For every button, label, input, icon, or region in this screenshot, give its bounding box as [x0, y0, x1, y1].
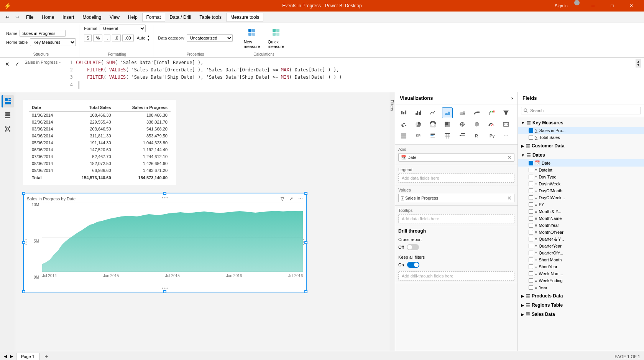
- chart-focus-btn[interactable]: ⤢: [288, 195, 295, 203]
- sidebar-model-icon[interactable]: [2, 123, 14, 135]
- auto-down-btn[interactable]: ▼: [147, 38, 150, 41]
- drillthrough-drop-area[interactable]: Add drill-through fields here: [398, 271, 514, 281]
- field-item[interactable]: ≡ShortYear: [518, 263, 644, 270]
- menu-format[interactable]: Format: [142, 13, 165, 22]
- field-group-header[interactable]: ▶ Sales Data: [518, 310, 644, 319]
- maximize-btn[interactable]: □: [603, 0, 621, 12]
- confirm-formula-btn[interactable]: ✓: [13, 60, 21, 68]
- viz-slicer[interactable]: [427, 130, 438, 141]
- viz-clustered-bar[interactable]: [413, 107, 424, 118]
- comma-btn[interactable]: ,: [104, 35, 110, 41]
- auto-up-btn[interactable]: ▲: [147, 35, 150, 38]
- field-group-header[interactable]: ▼ Key Measures: [518, 119, 644, 127]
- data-category-select[interactable]: Uncategorized: [187, 34, 233, 42]
- field-item[interactable]: ≡Day Type: [518, 173, 644, 180]
- chart-drag-handle-left[interactable]: [25, 238, 28, 247]
- format-select[interactable]: General: [100, 25, 146, 32]
- viz-filled-map[interactable]: [472, 119, 482, 130]
- field-item[interactable]: ≡FY: [518, 201, 644, 208]
- formula-editor[interactable]: 1 CALCULATE( SUM( 'Sales Data'[Total Rev…: [67, 59, 632, 89]
- viz-card[interactable]: 123: [501, 119, 511, 130]
- field-item[interactable]: ≡Year: [518, 284, 644, 291]
- menu-view[interactable]: View: [106, 13, 123, 21]
- viz-treemap[interactable]: [442, 119, 453, 130]
- menu-help[interactable]: Help: [124, 13, 141, 21]
- viz-waterfall[interactable]: [486, 107, 497, 118]
- viz-gauge[interactable]: [486, 119, 497, 130]
- filters-panel[interactable]: Filters: [389, 92, 395, 351]
- minimize-btn[interactable]: ─: [584, 0, 602, 12]
- redo-btn[interactable]: ↪: [13, 13, 21, 21]
- keep-filters-toggle[interactable]: [407, 262, 419, 268]
- menu-table-tools[interactable]: Table tools: [196, 13, 225, 21]
- add-page-btn[interactable]: +: [43, 353, 50, 360]
- handle-tm[interactable]: [163, 192, 166, 195]
- viz-ribbon-chart[interactable]: [472, 107, 482, 118]
- field-group-header[interactable]: ▶ Products Data: [518, 292, 644, 300]
- percent-btn[interactable]: %: [93, 35, 102, 41]
- values-field[interactable]: ∑ Sales in Progress ✕: [398, 194, 514, 202]
- viz-stacked-bar[interactable]: [398, 107, 409, 118]
- field-checkbox[interactable]: [529, 135, 533, 140]
- viz-map[interactable]: [457, 119, 468, 130]
- chart-drag-handle[interactable]: [161, 195, 169, 200]
- tooltips-drop-area[interactable]: Add data fields here: [398, 214, 514, 223]
- field-checkbox[interactable]: [529, 278, 533, 283]
- page-next-btn[interactable]: ▶: [10, 354, 13, 359]
- field-item[interactable]: ≡DayOfWeek...: [518, 194, 644, 201]
- viz-scatter[interactable]: [398, 119, 409, 130]
- menu-file[interactable]: File: [22, 13, 37, 21]
- viz-multirow-card[interactable]: [398, 130, 409, 141]
- field-checkbox[interactable]: [529, 223, 533, 228]
- field-item[interactable]: 📅Date: [518, 159, 644, 167]
- new-measure-btn[interactable]: Newmeasure: [241, 26, 263, 50]
- viz-kpi[interactable]: KPI: [413, 130, 424, 141]
- field-item[interactable]: ≡QuarterYear: [518, 243, 644, 249]
- axis-field-date[interactable]: 📅 Date ✕: [398, 153, 514, 162]
- close-formula-btn[interactable]: ✕: [3, 60, 12, 68]
- field-item[interactable]: ≡MonthOfYear: [518, 229, 644, 236]
- field-group-header[interactable]: ▼ Dates: [518, 151, 644, 159]
- field-item[interactable]: ≡Short Month: [518, 256, 644, 263]
- field-item[interactable]: ≡DayOfMonth: [518, 187, 644, 194]
- sign-in-btn[interactable]: Sign in: [550, 0, 573, 12]
- field-checkbox[interactable]: [529, 264, 533, 269]
- viz-more[interactable]: ⋯: [501, 130, 511, 141]
- field-checkbox[interactable]: [529, 237, 533, 241]
- field-item[interactable]: ∑Sales in Pro...: [518, 127, 644, 134]
- viz-area-chart[interactable]: [442, 107, 453, 118]
- handle-bl[interactable]: [22, 290, 25, 293]
- sidebar-data-icon[interactable]: [2, 109, 14, 121]
- theme-toggle[interactable]: [574, 0, 580, 5]
- viz-matrix[interactable]: [457, 130, 468, 141]
- field-checkbox[interactable]: [529, 230, 533, 234]
- field-group-header[interactable]: ▶ Customer Data: [518, 142, 644, 150]
- field-checkbox[interactable]: [529, 182, 533, 186]
- fields-search-input[interactable]: [530, 108, 638, 113]
- values-field-remove[interactable]: ✕: [507, 195, 512, 201]
- field-checkbox[interactable]: [529, 175, 533, 179]
- field-checkbox[interactable]: [529, 216, 533, 221]
- viz-funnel[interactable]: [501, 107, 511, 118]
- field-checkbox[interactable]: [529, 258, 533, 262]
- name-input[interactable]: [20, 30, 66, 37]
- legend-drop-area[interactable]: Add data fields here: [398, 173, 514, 183]
- field-item[interactable]: ≡DayInWeek: [518, 180, 644, 187]
- canvas-area[interactable]: Date Total Sales Sales in Progress 01/06…: [15, 92, 389, 351]
- decimal-decrease-btn[interactable]: .00: [122, 35, 133, 41]
- menu-modeling[interactable]: Modeling: [79, 13, 105, 21]
- page1-tab[interactable]: Page 1: [16, 353, 39, 360]
- field-group-header[interactable]: ▶ Regions Table: [518, 301, 644, 309]
- menu-home[interactable]: Home: [38, 13, 58, 21]
- field-item[interactable]: ≡DateInt: [518, 167, 644, 173]
- viz-stacked-area[interactable]: [457, 107, 468, 118]
- field-item[interactable]: ≡MonthYear: [518, 222, 644, 229]
- field-checkbox[interactable]: [529, 128, 533, 133]
- field-item[interactable]: ≡WeekEnding: [518, 277, 644, 284]
- field-item[interactable]: ≡Month & Y...: [518, 208, 644, 215]
- field-checkbox[interactable]: [529, 168, 533, 172]
- viz-table[interactable]: [442, 130, 453, 141]
- field-checkbox[interactable]: [529, 251, 533, 255]
- home-table-select[interactable]: Key Measures: [30, 38, 76, 46]
- sidebar-report-icon[interactable]: [2, 95, 14, 107]
